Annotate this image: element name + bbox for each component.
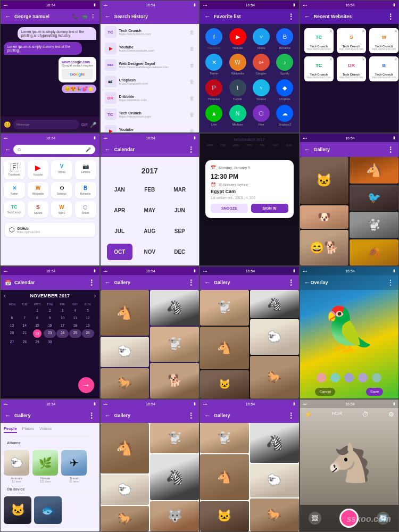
month-aug[interactable]: AUG — [137, 223, 163, 239]
tall-img[interactable]: 🦓 — [150, 454, 199, 500]
snooze-button[interactable]: SNOOZE — [211, 204, 248, 213]
fav-icon-item[interactable]: ✕ Twitter — [204, 54, 223, 75]
mic-bar-icon[interactable]: 🎤 — [86, 147, 91, 152]
recent-site-card[interactable]: ✕ TC Tech Crunch https://techcrunch.com — [304, 56, 334, 81]
fav-icon-item[interactable]: f Facebook — [204, 28, 223, 49]
tall-img[interactable]: 🐩 — [150, 423, 199, 453]
month-feb[interactable]: FEB — [137, 181, 163, 198]
prev-month-icon[interactable]: ‹ — [4, 292, 6, 300]
tall2-img[interactable]: 🐱 — [200, 501, 249, 531]
gallery-image[interactable]: 🐩 — [350, 212, 398, 238]
back-icon-bm[interactable]: ← — [5, 146, 11, 153]
github-item[interactable]: ⬡ GitHub https://github.com — [5, 223, 95, 237]
recent-site-card[interactable]: ✕ B Tech Crunch https://techcrunch.com — [369, 56, 398, 81]
close-icon[interactable]: ✕ — [394, 29, 397, 34]
gif-label[interactable]: GIF — [81, 123, 88, 127]
more-icon[interactable]: ⋮ — [90, 14, 95, 19]
today-date[interactable]: 22 — [33, 329, 41, 338]
gallery-image[interactable]: 🍂 — [350, 239, 398, 266]
gallery-tall2-menu-icon[interactable]: ⋮ — [287, 411, 295, 420]
tall2-img[interactable]: 🐎 — [250, 498, 299, 532]
month-may[interactable]: MAY — [137, 202, 163, 219]
back-icon-ga[interactable]: ← — [5, 412, 11, 419]
month-jul[interactable]: JUL — [107, 223, 133, 239]
back-icon[interactable]: ← — [105, 13, 111, 20]
back-icon-g1[interactable]: ← — [304, 146, 311, 153]
cancel-button[interactable]: Cancel — [315, 388, 335, 396]
flash-icon[interactable]: ⚡ — [304, 411, 312, 418]
more-menu-fav-icon[interactable]: ⋮ — [287, 12, 295, 21]
recent-site-card[interactable]: ✕ TC Tech Crunch https://techcrunch.com — [304, 28, 334, 53]
month-oct[interactable]: OCT — [107, 244, 133, 260]
gallery-image-donkey2[interactable]: 🐎 — [101, 368, 149, 398]
back-icon-gl[interactable]: ← — [105, 279, 111, 286]
tall2-img[interactable]: 🐴 — [200, 454, 249, 500]
gallery-image[interactable]: 🐦 — [350, 185, 398, 211]
fav-icon-item[interactable]: ▶ Youtube — [228, 28, 247, 49]
timer-icon[interactable]: ⏱ — [362, 411, 369, 418]
phone-icon[interactable]: 📞 — [72, 14, 78, 19]
delete-icon[interactable]: 🗑 — [189, 112, 195, 118]
close-icon[interactable]: ✕ — [329, 29, 332, 34]
gallery-image[interactable]: 😄🐕 — [300, 230, 349, 265]
bookmark-item[interactable]: ✕Twitter — [4, 182, 25, 198]
color-swatch[interactable] — [358, 373, 368, 383]
close-icon[interactable]: ✕ — [394, 57, 397, 62]
close-icon[interactable]: ✕ — [362, 29, 365, 34]
list-item[interactable]: TC Tech Crunch https://techcrunch.com 🗑 — [101, 106, 200, 123]
gallery-masonry-menu-icon[interactable]: ⋮ — [287, 278, 295, 287]
delete-icon[interactable]: 🗑 — [189, 128, 195, 133]
overlay-menu-icon[interactable]: ⋮ — [387, 278, 394, 287]
gallery-list-menu-icon[interactable]: ⋮ — [187, 278, 195, 287]
tall-img[interactable]: 🐴 — [101, 423, 149, 473]
video-icon[interactable]: 📹 — [81, 14, 87, 19]
message-input[interactable]: Message — [13, 120, 79, 129]
back-icon-fav[interactable]: ← — [204, 13, 211, 20]
tall-img[interactable]: 🐑 — [101, 475, 149, 505]
color-swatch[interactable] — [317, 373, 326, 383]
month-jun[interactable]: JUN — [167, 202, 193, 219]
bookmark-item[interactable]: ⚙Settings — [51, 182, 72, 198]
gallery-image[interactable]: 🐴 — [350, 157, 398, 184]
list-item[interactable]: WEB Web Designer Depot https://www.webde… — [101, 57, 200, 73]
delete-icon[interactable]: 🗑 — [189, 46, 195, 52]
more-menu-icon[interactable]: ⋮ — [187, 12, 195, 21]
fav-icon-item[interactable]: N Medium — [228, 105, 247, 126]
tall2-img[interactable]: 🦓 — [250, 423, 299, 463]
bookmark-item[interactable]: 📷Camera — [75, 160, 96, 179]
fav-icon-item[interactable]: t Tumblr — [228, 79, 247, 101]
recent-site-card[interactable]: ✕ DR Tech Crunch https://techcrunch.com — [337, 56, 366, 81]
gallery-image[interactable]: 🐱 — [300, 157, 349, 204]
album-travel[interactable]: ✈ Travel 31 item — [61, 450, 87, 483]
bookmark-item[interactable]: WWikipedia — [28, 182, 49, 198]
bookmark-item[interactable]: BBehance — [75, 182, 96, 198]
settings-icon[interactable]: ⚙ — [388, 411, 394, 418]
more-menu-rw-icon[interactable]: ⋮ — [387, 12, 394, 21]
masonry-img[interactable]: 🐩 — [200, 290, 249, 326]
tall2-img[interactable]: 🐩 — [200, 423, 249, 453]
add-event-fab[interactable]: → — [78, 377, 94, 393]
gallery-image-poodle[interactable]: 🐩 — [150, 327, 199, 362]
recent-site-card[interactable]: ✕ W Tech Crunch https://techcrunch.com — [369, 28, 398, 53]
gallery-albums-menu-icon[interactable]: ⋮ — [88, 411, 95, 420]
bookmark-item[interactable]: TCTechCrunch — [4, 201, 25, 218]
list-item[interactable]: ▶ Youtube https://www.youtube.com 🗑 — [101, 123, 200, 132]
fav-icon-item[interactable]: G+ Google+ — [252, 54, 271, 75]
more-menu-cal-icon[interactable]: ⋮ — [187, 145, 195, 154]
device-img-fish[interactable]: 🐟 — [34, 496, 62, 524]
fav-icon-item[interactable]: V Vimeo — [252, 28, 271, 49]
gallery-image-sheep[interactable]: 🐑 — [101, 337, 149, 367]
masonry-img[interactable]: 🦓 — [250, 290, 299, 318]
fav-icon-item[interactable]: B Behance — [275, 28, 294, 49]
month-jan[interactable]: JAN — [107, 181, 133, 198]
gallery-menu-icon[interactable]: ⋮ — [387, 145, 394, 154]
fav-icon-item[interactable]: P Pinterest — [204, 79, 223, 101]
delete-icon[interactable]: 🗑 — [189, 79, 195, 85]
tab-videos[interactable]: Videos — [39, 426, 52, 433]
close-icon[interactable]: ✕ — [362, 57, 365, 62]
bookmark-item[interactable]: ▶Youtube — [28, 160, 49, 179]
shutter-button[interactable] — [339, 509, 359, 528]
emoji-picker-icon[interactable]: 😊 — [4, 121, 11, 128]
fav-icon-item[interactable]: ⬡ Hive — [252, 105, 271, 126]
back-icon-gt[interactable]: ← — [105, 412, 111, 419]
